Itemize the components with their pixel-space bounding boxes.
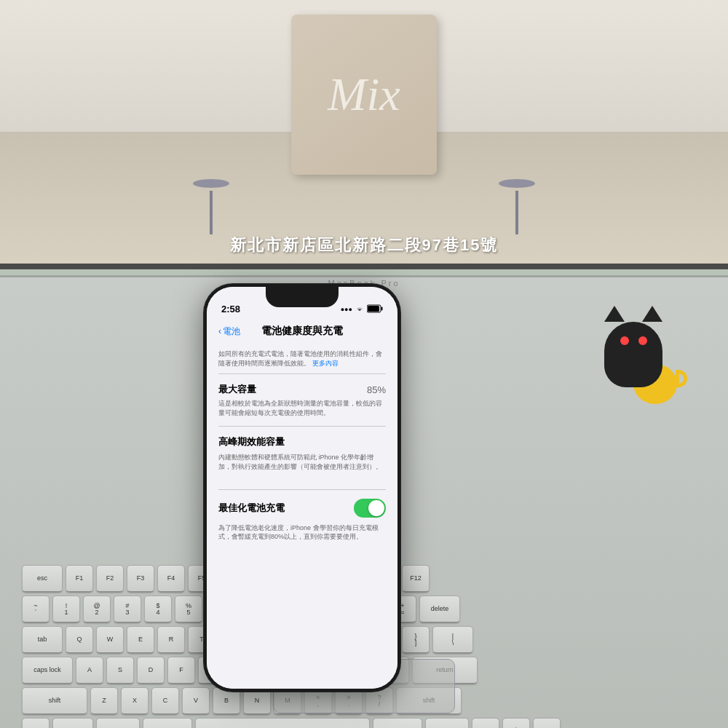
stool-leg — [210, 191, 213, 234]
max-capacity-label: 最大容量 — [218, 383, 256, 396]
key-f[interactable]: F — [167, 657, 195, 684]
optimize-charging-description: 為了降低電池老化速度，iPhone 會學習你的每日充電模式，會暫緩充電到80%以… — [218, 523, 386, 542]
key-1[interactable]: !1 — [52, 596, 80, 623]
key-d[interactable]: D — [137, 657, 165, 684]
back-button[interactable]: ‹ 電池 — [218, 325, 240, 338]
max-capacity-row: 最大容量 85% — [218, 374, 386, 399]
key-3[interactable]: #3 — [114, 596, 141, 623]
page-title: 電池健康度與充電 — [261, 325, 343, 338]
back-chevron-icon: ‹ — [218, 326, 221, 336]
max-capacity-description: 這是相較於電池為全新狀態時測量的電池容量，較低的容量可能會縮短每次充電後的使用時… — [218, 399, 386, 427]
key-z[interactable]: Z — [90, 687, 118, 715]
key-space[interactable] — [195, 718, 370, 728]
optimize-charging-toggle[interactable] — [354, 499, 386, 518]
iphone-content: ‹ 電池 電池健康度與充電 如同所有的充電式電池，隨著電池使用的消耗性組件，會隨… — [207, 319, 397, 689]
stool-right — [499, 179, 535, 234]
cat-eyes — [615, 336, 652, 345]
key-arrow-right[interactable]: ▶ — [533, 718, 561, 728]
key-f1[interactable]: F1 — [66, 565, 93, 593]
optimize-charging-row: 最佳化電池充電 — [218, 490, 386, 523]
store-address: 新北市新店區北新路二段97巷15號 — [0, 234, 728, 256]
navigation-bar: ‹ 電池 電池健康度與充電 — [207, 319, 397, 344]
bottom-key-row: fn control option command command option… — [22, 718, 706, 728]
cat-eye-left — [620, 336, 629, 345]
key-a[interactable]: A — [76, 657, 103, 684]
key-r[interactable]: R — [157, 626, 185, 654]
stool-seat — [499, 179, 535, 188]
svg-rect-2 — [381, 307, 383, 311]
key-f2[interactable]: F2 — [96, 565, 124, 593]
cat-ears — [604, 306, 662, 322]
status-time: 2:58 — [221, 304, 240, 314]
cat-figurine — [590, 306, 677, 408]
key-e[interactable]: E — [127, 626, 154, 654]
mix-box: Mix — [291, 15, 437, 175]
key-4[interactable]: $4 — [144, 596, 172, 623]
key-command-left[interactable]: command — [143, 718, 192, 728]
mix-logo: Mix — [328, 68, 400, 122]
stools-container — [0, 179, 728, 234]
key-caps[interactable]: caps lock — [22, 657, 73, 684]
iphone: 2:58 ●●● ‹ 電池 電池健康度與充電 — [204, 284, 400, 692]
key-control[interactable]: control — [52, 718, 93, 728]
cat-eye-right — [638, 336, 647, 345]
cat-ear-left — [604, 306, 625, 322]
key-delete[interactable]: delete — [419, 596, 460, 623]
svg-rect-1 — [368, 306, 379, 312]
optimize-charging-label: 最佳化電池充電 — [218, 502, 285, 515]
max-capacity-value: 85% — [367, 384, 386, 395]
key-f3[interactable]: F3 — [127, 565, 154, 593]
cat-ear-right — [642, 306, 662, 322]
signal-icon: ●●● — [341, 306, 352, 313]
key-command-right[interactable]: command — [373, 718, 422, 728]
more-info-link[interactable]: 更多內容 — [312, 360, 339, 367]
key-2[interactable]: @2 — [83, 596, 111, 623]
key-esc[interactable]: esc — [22, 565, 63, 593]
screen-content: Mix 新北市新店區北新路二段97巷15號 — [0, 0, 728, 264]
battery-notice-text: 如同所有的充電式電池，隨著電池使用的消耗性組件，會隨著使用時間而逐漸降低效能。 … — [218, 344, 386, 374]
key-q[interactable]: Q — [66, 626, 93, 654]
key-shift-left[interactable]: shift — [22, 687, 87, 715]
key-x[interactable]: X — [121, 687, 149, 715]
key-option-left[interactable]: option — [96, 718, 140, 728]
status-icons: ●●● — [341, 304, 383, 314]
key-option-right[interactable]: option — [425, 718, 469, 728]
key-c[interactable]: C — [151, 687, 179, 715]
stool-left — [193, 179, 229, 234]
peak-performance-section: 高峰期效能容量 內建動態軟體和硬體系統可防範此 iPhone 化學年齡增加，對執… — [218, 427, 386, 489]
iphone-screen: 2:58 ●●● ‹ 電池 電池健康度與充電 — [207, 287, 397, 689]
stool-leg — [515, 191, 518, 234]
key-s[interactable]: S — [106, 657, 134, 684]
key-arrow-updown[interactable]: ▲▼ — [502, 718, 530, 728]
wifi-icon — [355, 305, 364, 314]
macbook-screen: Mix 新北市新店區北新路二段97巷15號 — [0, 0, 728, 269]
key-rbracket[interactable]: }] — [402, 626, 430, 654]
key-fn[interactable]: fn — [22, 718, 50, 728]
teapot-handle — [676, 370, 687, 387]
key-backslash[interactable]: |\ — [432, 626, 473, 654]
peak-performance-label: 高峰期效能容量 — [218, 435, 386, 448]
battery-section: 如同所有的充電式電池，隨著電池使用的消耗性組件，會隨著使用時間而逐漸降低效能。 … — [207, 344, 397, 542]
key-5[interactable]: %5 — [175, 596, 202, 623]
cat-face — [615, 336, 652, 349]
back-label[interactable]: 電池 — [223, 325, 240, 338]
cat-body — [604, 322, 662, 387]
key-arrow-left[interactable]: ◀ — [472, 718, 499, 728]
stool-seat — [193, 179, 229, 188]
key-backtick[interactable]: ~` — [22, 596, 50, 623]
key-w[interactable]: W — [96, 626, 124, 654]
key-v[interactable]: V — [182, 687, 210, 715]
key-f12[interactable]: F12 — [402, 565, 430, 593]
key-f4[interactable]: F4 — [157, 565, 185, 593]
toggle-thumb — [368, 500, 384, 516]
key-tab[interactable]: tab — [22, 626, 63, 654]
peak-performance-description: 內建動態軟體和硬體系統可防範此 iPhone 化學年齡增加，對執行效能產生的影響… — [218, 453, 386, 480]
dynamic-island — [266, 287, 339, 307]
battery-status-icon — [367, 304, 383, 314]
